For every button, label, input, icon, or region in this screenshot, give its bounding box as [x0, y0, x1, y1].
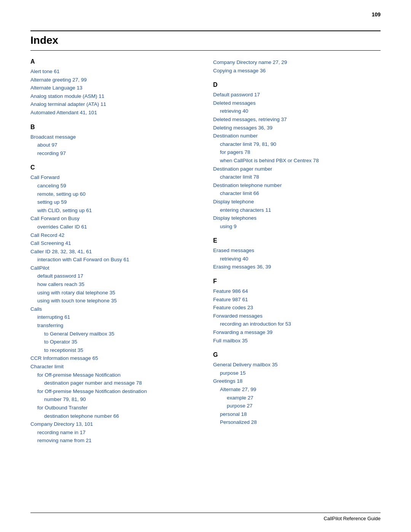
index-entry: Feature codes 23	[213, 304, 381, 312]
index-entry: using with rotary dial telephone 35	[30, 289, 198, 297]
index-entry: for pagers 78	[213, 148, 381, 157]
index-entry: Call Forward	[30, 173, 198, 182]
index-entry: Greetings 18	[213, 377, 381, 385]
index-entry: retrieving 40	[213, 255, 381, 263]
index-entry: for Off-premise Message Notification	[30, 371, 198, 379]
index-entry: transferring	[30, 321, 198, 330]
index-entry: recording name in 17	[30, 428, 198, 437]
section-letter-e: E	[213, 237, 381, 244]
index-entry: overrides Caller ID 61	[30, 223, 198, 231]
index-entry: canceling 59	[30, 182, 198, 190]
index-entry: Alternate greeting 27, 99	[30, 76, 198, 84]
index-entry: Calls	[30, 305, 198, 313]
index-entry: Deleted messages, retrieving 37	[213, 115, 381, 124]
section-letter-c: C	[30, 164, 198, 171]
index-entry: destination pager number and message 78	[30, 379, 198, 387]
index-entry: purpose 15	[213, 369, 381, 377]
index-entry: setting up 59	[30, 198, 198, 206]
index-entry: CallPilot	[30, 264, 198, 272]
index-entry: using 9	[213, 222, 381, 231]
index-entry: Automated Attendant 41, 101	[30, 109, 198, 117]
index-entry: Personalized 28	[213, 418, 381, 427]
index-entry: Alternate 27, 99	[213, 385, 381, 394]
index-entry: Full mailbox 35	[213, 337, 381, 345]
index-entry: when CallPilot is behind PBX or Centrex …	[213, 157, 381, 165]
index-entry: Call Forward on Busy	[30, 214, 198, 223]
left-column: AAlert tone 61Alternate greeting 27, 99A…	[30, 58, 198, 445]
right-column: Company Directory name 27, 29Copying a m…	[213, 58, 381, 445]
page-title: Index	[30, 34, 381, 46]
index-columns: AAlert tone 61Alternate greeting 27, 99A…	[30, 58, 381, 445]
index-entry: with CLID, setting up 61	[30, 206, 198, 215]
index-entry: Company Directory name 27, 29	[213, 58, 381, 67]
index-entry: Company Directory 13, 101	[30, 420, 198, 428]
index-entry: Deleting messages 36, 39	[213, 124, 381, 132]
footer-text: CallPilot Reference Guide	[323, 516, 381, 521]
index-entry: remote, setting up 60	[30, 190, 198, 198]
index-entry: Default password 17	[213, 91, 381, 99]
index-entry: character limit 66	[213, 189, 381, 198]
index-entry: entering characters 11	[213, 206, 381, 214]
page: 109 Index AAlert tone 61Alternate greeti…	[0, 0, 411, 532]
index-entry: recording an introduction for 53	[213, 320, 381, 328]
index-entry: to receptionist 35	[30, 346, 198, 355]
index-entry: to Operator 35	[30, 338, 198, 346]
page-number: 109	[372, 11, 381, 18]
index-entry: Destination telephone number	[213, 181, 381, 190]
index-entry: example 27	[213, 394, 381, 402]
index-entry: Forwarding a message 39	[213, 328, 381, 337]
index-entry: Analog terminal adapter (ATA) 11	[30, 100, 198, 109]
index-entry: Erased messages	[213, 246, 381, 255]
index-entry: purpose 27	[213, 402, 381, 410]
index-entry: default password 17	[30, 272, 198, 280]
index-entry: Call Record 42	[30, 231, 198, 240]
index-entry: retrieving 40	[213, 107, 381, 115]
title-divider	[30, 50, 381, 51]
index-entry: character limit 79, 81, 90	[213, 140, 381, 149]
section-letter-g: G	[213, 351, 381, 358]
index-entry: to General Delivery mailbox 35	[30, 330, 198, 338]
index-entry: Copying a message 36	[213, 67, 381, 75]
index-entry: how callers reach 35	[30, 280, 198, 289]
section-letter-d: D	[213, 81, 381, 88]
footer-rule	[30, 513, 381, 513]
index-entry: Destination number	[213, 132, 381, 140]
index-entry: destination telephone number 66	[30, 412, 198, 420]
index-entry: about 97	[30, 141, 198, 149]
index-entry: Caller ID 28, 32, 38, 41, 61	[30, 248, 198, 256]
index-entry: interrupting 61	[30, 313, 198, 321]
index-entry: Alternate Language 13	[30, 84, 198, 92]
index-entry: Feature 986 64	[213, 287, 381, 296]
index-entry: Display telephone	[213, 198, 381, 206]
index-entry: CCR Information message 65	[30, 354, 198, 363]
index-entry: Broadcast message	[30, 133, 198, 141]
index-entry: Alert tone 61	[30, 67, 198, 76]
index-entry: Call Screening 41	[30, 239, 198, 248]
index-entry: for Off-premise Message Notification des…	[30, 387, 198, 396]
index-entry: using with touch tone telephone 35	[30, 297, 198, 305]
index-entry: General Delivery mailbox 35	[213, 361, 381, 369]
index-entry: for Outbound Transfer	[30, 404, 198, 412]
section-letter-a: A	[30, 58, 198, 65]
index-entry: Analog station module (ASM) 11	[30, 92, 198, 101]
index-entry: number 79, 81, 90	[30, 395, 198, 404]
index-entry: removing name from 21	[30, 436, 198, 445]
index-entry: interaction with Call Forward on Busy 61	[30, 256, 198, 264]
section-letter-f: F	[213, 278, 381, 285]
index-entry: Destination pager number	[213, 165, 381, 173]
section-letter-b: B	[30, 124, 198, 131]
top-rule	[30, 30, 381, 31]
index-entry: Forwarded messages	[213, 312, 381, 320]
index-entry: recording 97	[30, 149, 198, 158]
index-entry: Feature 987 61	[213, 296, 381, 304]
index-entry: personal 18	[213, 410, 381, 419]
index-entry: Display telephones	[213, 214, 381, 222]
index-entry: Deleted messages	[213, 99, 381, 107]
index-entry: character limit 78	[213, 173, 381, 181]
index-entry: Erasing messages 36, 39	[213, 263, 381, 271]
index-entry: Character limit	[30, 363, 198, 371]
